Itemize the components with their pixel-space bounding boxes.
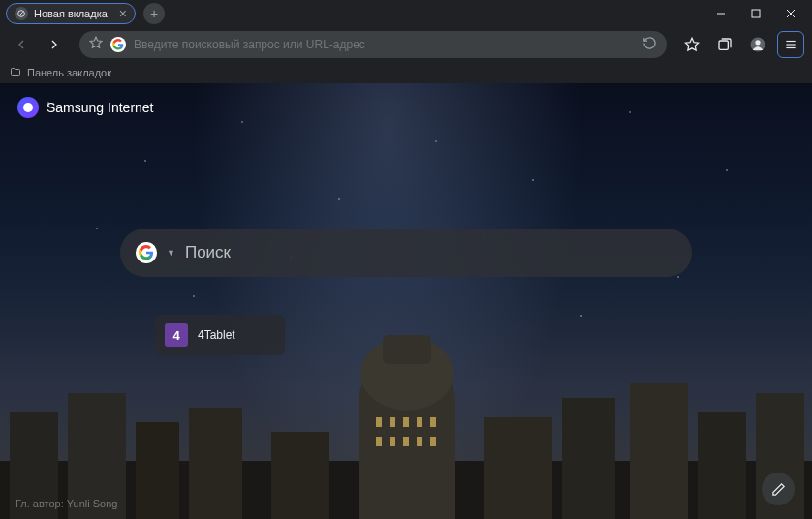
svg-rect-2 [752,10,760,17]
svg-rect-30 [430,417,436,427]
url-input[interactable] [134,38,635,51]
back-button[interactable] [8,31,35,58]
svg-rect-32 [390,437,395,446]
svg-rect-28 [403,417,409,427]
maximize-button[interactable] [738,0,773,27]
bookmark-icon[interactable] [89,36,103,53]
chevron-down-icon[interactable]: ▼ [167,248,175,258]
svg-rect-22 [562,398,615,519]
close-window-button[interactable] [773,0,808,27]
address-bar[interactable] [79,31,667,58]
shortcut-label: 4Tablet [198,328,235,342]
profile-icon[interactable] [744,31,771,58]
close-icon[interactable]: × [119,6,127,21]
titlebar: Новая вкладка × + [0,0,812,27]
tabs-overview-icon[interactable] [711,31,738,58]
svg-marker-6 [685,38,698,50]
new-tab-content: Samsung Internet ▼ 4 4Tablet Гл. автор: … [0,83,812,519]
edit-button[interactable] [762,473,795,505]
minimize-button[interactable] [703,0,738,27]
forward-button[interactable] [41,31,68,58]
tab-title: Новая вкладка [34,8,108,19]
shortcut-favicon: 4 [165,323,188,347]
svg-marker-5 [90,37,102,47]
tab-favicon [15,7,28,20]
svg-rect-27 [390,417,395,427]
reload-icon[interactable] [642,36,657,54]
svg-rect-31 [376,437,382,446]
favorites-icon[interactable] [678,31,705,58]
svg-point-9 [755,40,760,45]
google-icon [110,37,126,52]
browser-tab[interactable]: Новая вкладка × [6,3,136,24]
brand-name: Samsung Internet [47,100,154,115]
svg-rect-20 [271,432,329,519]
samsung-internet-icon [17,97,39,118]
svg-rect-35 [430,437,436,446]
shortcut-tile[interactable]: 4 4Tablet [155,315,285,355]
bookmarks-bar: Панель закладок [0,62,812,83]
svg-rect-23 [630,383,688,519]
svg-rect-19 [383,335,431,364]
search-input[interactable] [185,243,676,262]
menu-button[interactable] [777,31,804,58]
search-engine-icon[interactable] [136,242,157,263]
svg-rect-24 [698,412,746,519]
new-tab-button[interactable]: + [143,3,165,24]
svg-rect-7 [719,41,728,49]
svg-rect-34 [417,437,422,446]
search-box[interactable]: ▼ [120,229,692,277]
toolbar [0,27,812,62]
svg-rect-17 [189,408,242,519]
svg-rect-21 [484,417,552,519]
background-cityscape [0,325,812,519]
folder-icon [10,66,21,79]
wallpaper-credit: Гл. автор: Yunli Song [16,498,117,509]
svg-rect-26 [376,417,382,427]
svg-rect-16 [136,422,179,519]
window-controls [703,0,808,27]
brand: Samsung Internet [17,97,154,118]
bookmarks-bar-label[interactable]: Панель закладок [27,67,111,78]
svg-rect-29 [417,417,422,427]
svg-rect-33 [403,437,409,446]
